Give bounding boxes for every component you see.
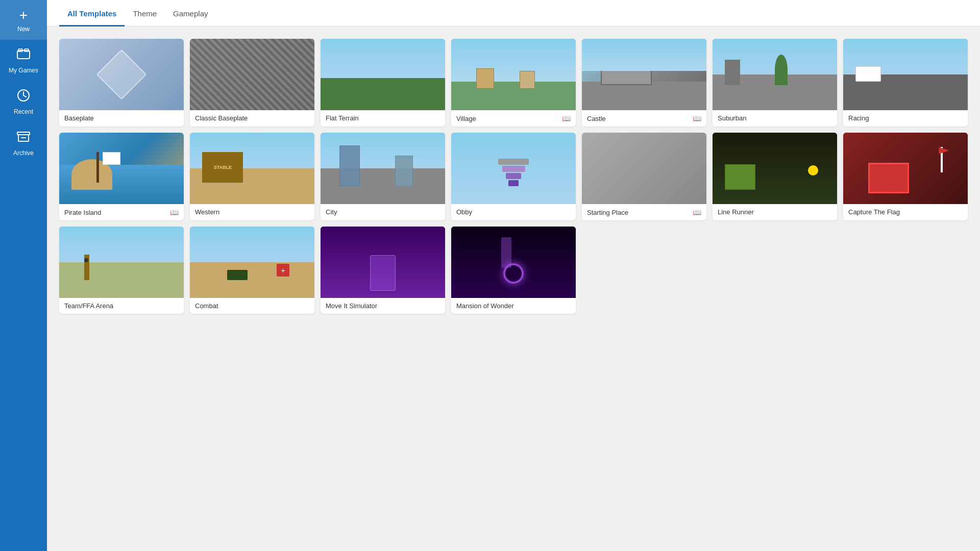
- template-label-team-ffa-arena: Team/FFA Arena: [59, 298, 184, 314]
- template-thumb-obby: [451, 133, 576, 204]
- new-label: New: [17, 26, 30, 33]
- template-name-classic-baseplate: Classic Baseplate: [195, 114, 248, 122]
- template-label-starting-place: Starting Place📖: [582, 204, 706, 220]
- template-thumb-image-village: [451, 39, 576, 110]
- template-name-obby: Obby: [456, 208, 472, 216]
- template-name-western: Western: [195, 208, 219, 216]
- template-name-team-ffa-arena: Team/FFA Arena: [64, 302, 113, 310]
- template-thumb-castle: [582, 39, 706, 110]
- template-thumb-image-combat: +: [190, 227, 314, 298]
- template-thumb-image-western: STABLE: [190, 133, 314, 204]
- template-card-flat-terrain[interactable]: Flat Terrain: [321, 39, 445, 127]
- archive-icon: [16, 130, 31, 147]
- template-label-line-runner: Line Runner: [713, 204, 837, 220]
- template-book-icon-castle: 📖: [693, 114, 701, 122]
- template-thumb-pirate-island: [59, 133, 184, 204]
- template-label-pirate-island: Pirate Island📖: [59, 204, 184, 220]
- template-card-western[interactable]: STABLE Western: [190, 133, 314, 220]
- template-book-icon-starting-place: 📖: [693, 208, 701, 216]
- template-card-combat[interactable]: + Combat: [190, 227, 314, 314]
- template-name-baseplate: Baseplate: [64, 114, 94, 122]
- template-thumb-western: STABLE: [190, 133, 314, 204]
- template-name-combat: Combat: [195, 302, 218, 310]
- template-label-combat: Combat: [190, 298, 314, 314]
- template-thumb-line-runner: [713, 133, 837, 204]
- template-label-city: City: [321, 204, 445, 220]
- template-thumb-move-it-simulator: [321, 227, 445, 298]
- template-name-castle: Castle: [587, 115, 606, 122]
- template-name-suburban: Suburban: [718, 114, 746, 122]
- template-label-flat-terrain: Flat Terrain: [321, 110, 445, 126]
- template-name-line-runner: Line Runner: [718, 208, 754, 216]
- template-card-starting-place[interactable]: Starting Place📖: [582, 133, 706, 220]
- template-thumb-image-city: [321, 133, 445, 204]
- sidebar-item-recent[interactable]: Recent: [0, 81, 47, 122]
- template-label-capture-the-flag: Capture The Flag: [843, 204, 968, 220]
- tabs-bar: All Templates Theme Gameplay: [47, 0, 980, 27]
- template-grid-area: BaseplateClassic BaseplateFlat Terrain V…: [47, 27, 980, 551]
- template-card-mansion-of-wonder[interactable]: Mansion of Wonder: [451, 227, 576, 314]
- main-content: All Templates Theme Gameplay BaseplateCl…: [47, 0, 980, 551]
- my-games-label: My Games: [9, 67, 38, 74]
- template-name-racing: Racing: [848, 114, 869, 122]
- template-card-racing[interactable]: Racing: [843, 39, 968, 127]
- template-name-pirate-island: Pirate Island: [64, 209, 101, 216]
- tab-all-templates[interactable]: All Templates: [59, 2, 125, 27]
- template-label-obby: Obby: [451, 204, 576, 220]
- template-name-move-it-simulator: Move It Simulator: [326, 302, 377, 310]
- template-thumb-image-pirate-island: [59, 133, 184, 204]
- template-card-team-ffa-arena[interactable]: Team/FFA Arena: [59, 227, 184, 314]
- template-label-suburban: Suburban: [713, 110, 837, 126]
- template-card-classic-baseplate[interactable]: Classic Baseplate: [190, 39, 314, 127]
- template-card-suburban[interactable]: Suburban: [713, 39, 837, 127]
- template-card-pirate-island[interactable]: Pirate Island📖: [59, 133, 184, 220]
- template-card-baseplate[interactable]: Baseplate: [59, 39, 184, 127]
- template-card-village[interactable]: Village📖: [451, 39, 576, 127]
- tab-theme[interactable]: Theme: [125, 2, 165, 27]
- new-button[interactable]: + New: [0, 0, 47, 40]
- sidebar: + New My Games Recent: [0, 0, 47, 551]
- new-icon: +: [19, 7, 28, 23]
- template-thumb-image-classic-baseplate: [190, 39, 314, 110]
- template-thumb-village: [451, 39, 576, 110]
- template-thumb-image-castle: [582, 39, 706, 110]
- template-book-icon-village: 📖: [562, 114, 571, 122]
- my-games-icon: [16, 47, 31, 65]
- template-thumb-image-baseplate: [59, 39, 184, 110]
- template-label-mansion-of-wonder: Mansion of Wonder: [451, 298, 576, 314]
- template-thumb-image-obby: [451, 133, 576, 204]
- template-name-mansion-of-wonder: Mansion of Wonder: [456, 302, 514, 310]
- template-card-city[interactable]: City: [321, 133, 445, 220]
- template-thumb-image-racing: [843, 39, 968, 110]
- template-label-castle: Castle📖: [582, 110, 706, 127]
- template-thumb-image-starting-place: [582, 133, 706, 204]
- tab-gameplay[interactable]: Gameplay: [165, 2, 216, 27]
- template-label-move-it-simulator: Move It Simulator: [321, 298, 445, 314]
- template-thumb-image-mansion-of-wonder: [451, 227, 576, 298]
- sidebar-item-my-games[interactable]: My Games: [0, 40, 47, 81]
- template-thumb-mansion-of-wonder: [451, 227, 576, 298]
- recent-label: Recent: [14, 108, 33, 115]
- template-label-western: Western: [190, 204, 314, 220]
- template-thumb-capture-the-flag: [843, 133, 968, 204]
- template-name-village: Village: [456, 115, 476, 122]
- template-card-line-runner[interactable]: Line Runner: [713, 133, 837, 220]
- template-card-capture-the-flag[interactable]: Capture The Flag: [843, 133, 968, 220]
- template-label-racing: Racing: [843, 110, 968, 126]
- sidebar-item-archive[interactable]: Archive: [0, 122, 47, 164]
- recent-icon: [16, 88, 31, 106]
- template-grid: BaseplateClassic BaseplateFlat Terrain V…: [59, 39, 968, 314]
- template-thumb-image-flat-terrain: [321, 39, 445, 110]
- template-card-castle[interactable]: Castle📖: [582, 39, 706, 127]
- template-card-obby[interactable]: Obby: [451, 133, 576, 220]
- template-card-move-it-simulator[interactable]: Move It Simulator: [321, 227, 445, 314]
- template-thumb-image-line-runner: [713, 133, 837, 204]
- template-label-village: Village📖: [451, 110, 576, 127]
- template-thumb-image-move-it-simulator: [321, 227, 445, 298]
- template-thumb-suburban: [713, 39, 837, 110]
- template-thumb-starting-place: [582, 133, 706, 204]
- template-name-city: City: [326, 208, 337, 216]
- template-name-starting-place: Starting Place: [587, 209, 628, 216]
- template-label-classic-baseplate: Classic Baseplate: [190, 110, 314, 126]
- template-thumb-city: [321, 133, 445, 204]
